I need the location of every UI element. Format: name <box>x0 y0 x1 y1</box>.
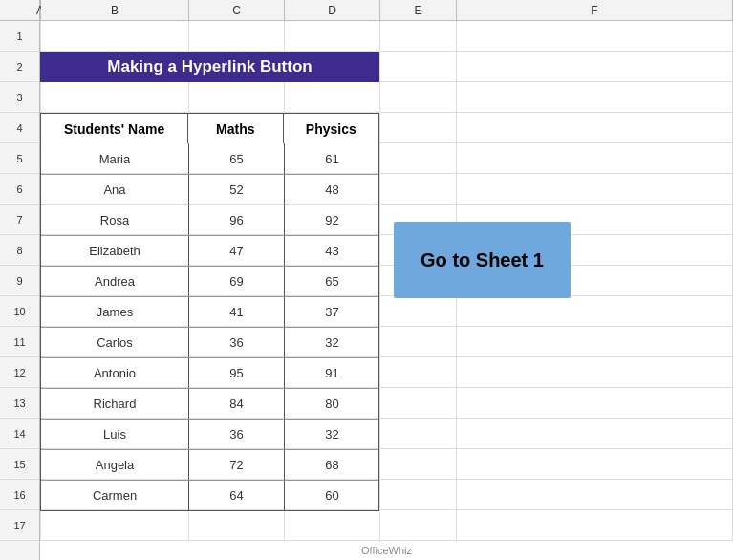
cell-r17-cf <box>457 510 733 540</box>
spreadsheet: A B C D E F 1234567891011121314151617 Ma… <box>0 0 733 560</box>
student-name-cell: Richard <box>41 389 189 419</box>
table-row: Elizabeth4743 <box>41 235 378 266</box>
table-row: Luis3632 <box>41 419 378 449</box>
button-label: Go to Sheet 1 <box>420 249 544 271</box>
physics-cell: 48 <box>285 175 380 205</box>
maths-cell: 47 <box>189 236 285 266</box>
grid-row-3 <box>40 82 733 113</box>
physics-cell: 92 <box>285 205 380 235</box>
cell-r17-cd <box>285 510 380 540</box>
cell-r17-cc <box>189 510 285 540</box>
row-num-13: 13 <box>0 388 39 419</box>
student-name-cell: Elizabeth <box>41 236 189 266</box>
watermark-text: OfficeWhiz <box>361 545 412 556</box>
cell-r1-cf <box>457 21 733 51</box>
student-name-cell: Angela <box>41 450 189 480</box>
maths-cell: 69 <box>189 267 285 296</box>
col-header-c: C <box>189 0 285 20</box>
physics-cell: 61 <box>285 143 380 174</box>
cell-r15-cf <box>457 449 733 479</box>
row-num-1: 1 <box>0 21 39 52</box>
student-name-cell: Ana <box>41 175 189 205</box>
cell-r13-cf <box>457 388 733 418</box>
maths-cell: 52 <box>189 175 285 205</box>
cell-r16-cf <box>457 480 733 509</box>
row-num-16: 16 <box>0 480 39 510</box>
cell-r3-cd <box>285 82 380 112</box>
cell-r15-ce <box>380 449 457 479</box>
row-num-11: 11 <box>0 327 39 357</box>
cell-r1-cb <box>41 21 189 51</box>
row-num-3: 3 <box>0 82 39 113</box>
row-num-14: 14 <box>0 419 39 449</box>
physics-cell: 32 <box>285 420 380 449</box>
maths-cell: 36 <box>189 328 285 357</box>
col-header-e: E <box>380 0 457 20</box>
cell-r1-ce <box>380 21 457 51</box>
col-physics: Physics <box>306 121 356 137</box>
physics-cell: 80 <box>285 389 380 419</box>
row-num-5: 5 <box>0 143 39 174</box>
row-num-10: 10 <box>0 296 39 327</box>
student-name-cell: Maria <box>41 143 189 174</box>
cell-r16-ce <box>380 480 457 509</box>
cell-r3-cf <box>457 82 733 112</box>
table-row: Rosa9692 <box>41 205 378 235</box>
maths-cell: 72 <box>189 450 285 480</box>
row-num-6: 6 <box>0 174 39 205</box>
maths-cell: 36 <box>189 420 285 449</box>
cell-r6-cf <box>457 174 733 204</box>
table-row: Maria6561 <box>41 143 378 174</box>
student-name-cell: James <box>41 297 189 327</box>
physics-cell: 68 <box>285 450 380 480</box>
col-students-name: Students' Name <box>64 121 164 137</box>
row-num-7: 7 <box>0 205 39 235</box>
maths-cell: 65 <box>189 143 285 174</box>
title-banner: Making a Hyperlink Button <box>40 52 379 82</box>
student-name-cell: Carlos <box>41 328 189 357</box>
col-header-d: D <box>285 0 380 20</box>
student-name-cell: Antonio <box>41 358 189 388</box>
hyperlink-button[interactable]: Go to Sheet 1 <box>394 222 571 298</box>
row-num-8: 8 <box>0 235 39 266</box>
cell-r2-cf <box>457 52 733 81</box>
cell-r3-ce <box>380 82 457 112</box>
col-header-b: B <box>41 0 189 20</box>
student-name-cell: Carmen <box>41 481 189 510</box>
cell-r5-ce <box>380 143 457 173</box>
row-num-12: 12 <box>0 357 39 388</box>
row-num-4: 4 <box>0 113 39 143</box>
cell-r14-cf <box>457 419 733 448</box>
row-num-2: 2 <box>0 52 39 82</box>
table-row: Carlos3632 <box>41 327 378 357</box>
cell-r14-ce <box>380 419 457 448</box>
cell-r1-cc <box>189 21 285 51</box>
student-name-cell: Andrea <box>41 267 189 296</box>
grid-row-1 <box>40 21 733 52</box>
cell-r6-ce <box>380 174 457 204</box>
grid-area: Making a Hyperlink Button Students' Name… <box>40 21 733 560</box>
table-row: James4137 <box>41 296 378 327</box>
col-header-f: F <box>457 0 733 20</box>
physics-cell: 32 <box>285 328 380 357</box>
row-numbers: 1234567891011121314151617 <box>0 21 40 560</box>
table-data: Maria6561Ana5248Rosa9692Elizabeth4743And… <box>40 143 379 511</box>
student-name-cell: Luis <box>41 420 189 449</box>
table-header-row: Students' Name Maths Physics <box>40 113 379 143</box>
col-maths: Maths <box>216 121 254 137</box>
table-row: Richard8480 <box>41 388 378 419</box>
cell-r17-ce <box>380 510 457 540</box>
cell-r3-cc <box>189 82 285 112</box>
watermark: OfficeWhiz <box>361 545 412 556</box>
cell-r11-cf <box>457 327 733 356</box>
cell-r12-cf <box>457 357 733 387</box>
cell-r11-ce <box>380 327 457 356</box>
physics-cell: 37 <box>285 297 380 327</box>
maths-cell: 96 <box>189 205 285 235</box>
physics-cell: 91 <box>285 358 380 388</box>
physics-cell: 60 <box>285 481 380 510</box>
physics-cell: 65 <box>285 267 380 296</box>
table-row: Andrea6965 <box>41 266 378 296</box>
cell-r3-cb <box>41 82 189 112</box>
title-text: Making a Hyperlink Button <box>107 57 312 76</box>
